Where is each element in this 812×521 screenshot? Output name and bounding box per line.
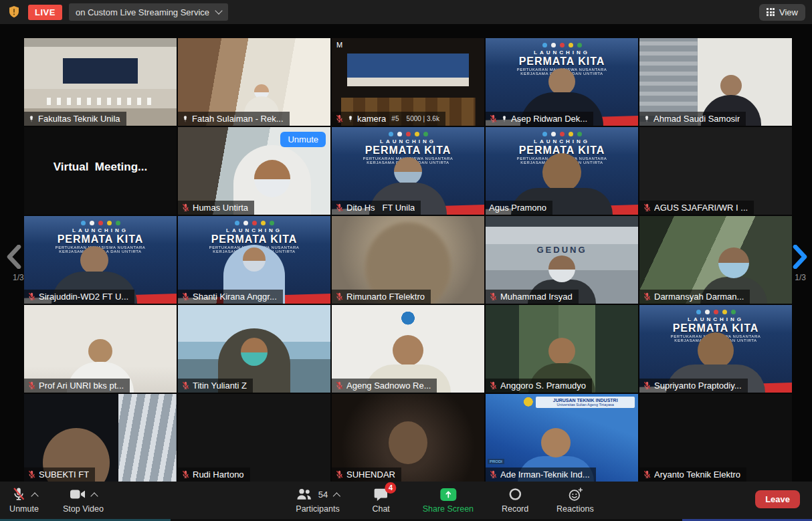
scene-banner-subtitle: Universitas Sultan Ageng Tirtayasa [536, 403, 634, 407]
university-logos [639, 305, 792, 314]
shield-icon [7, 5, 21, 19]
gallery-grid-icon [767, 8, 775, 16]
page-indicator-right: 1/3 [795, 273, 806, 282]
bg-subtitle-text: KERJASAMA FT UNILA DAN UNTIRTA [178, 249, 330, 253]
prev-page-button[interactable] [5, 245, 21, 272]
pin-icon [181, 115, 189, 123]
participant-tile[interactable]: Prof Ari UNRI bks pt... [24, 305, 177, 393]
participant-tile[interactable]: LAUNCHINGPERMATA KITAPERTUKARAN MAHASISW… [178, 216, 330, 304]
participant-tile[interactable]: Fatah Sulaiman - Rek... [178, 38, 330, 126]
participant-name: Anggoro S. Pramudyo [500, 381, 586, 391]
stop-video-label: Stop Video [63, 504, 104, 514]
video-options-chevron[interactable] [90, 492, 98, 500]
live-badge: LIVE [28, 5, 62, 20]
participant-name-label: SUHENDAR [332, 467, 401, 482]
camera-osd-top-text: M [336, 41, 342, 49]
participants-options-chevron[interactable] [333, 492, 340, 500]
participant-name-label: Muhammad Irsyad [486, 290, 579, 304]
participant-tile[interactable]: Ahmad Saudi Samosir [639, 38, 792, 126]
participant-tile[interactable]: Virtual Meeting... [24, 127, 177, 215]
bg-launching-text: LAUNCHING [332, 138, 484, 144]
bg-subtitle-text: KERJASAMA FT UNILA DAN UNTIRTA [486, 161, 638, 165]
record-button[interactable]: Record [500, 486, 530, 514]
bg-launching-text: LAUNCHING [178, 227, 330, 233]
bg-subtitle-text: KERJASAMA FT UNILA DAN UNTIRTA [332, 161, 484, 165]
participant-name-label: Ageng Sadnowo Re... [332, 379, 437, 393]
scene-tag-text: PRODI [488, 459, 504, 464]
participant-tile[interactable]: JURUSAN TEKNIK INDUSTRIUniversitas Sulta… [486, 394, 638, 482]
participant-tile[interactable]: GEDUNG Muhammad Irsyad [486, 216, 638, 304]
share-screen-button[interactable]: Share Screen [423, 486, 474, 514]
muted-mic-icon [335, 381, 344, 390]
page-indicator-left: 1/3 [13, 273, 24, 282]
muted-mic-icon [643, 203, 651, 212]
unmute-options-chevron[interactable] [31, 492, 38, 500]
participant-name: AGUS SJAFARI/WR I ... [654, 203, 748, 213]
participant-tile[interactable]: Darmansyah Darman... [639, 216, 792, 304]
record-icon [508, 487, 522, 502]
bg-subtitle-text: KERJASAMA FT UNILA DAN UNTIRTA [24, 249, 177, 253]
view-button[interactable]: View [759, 4, 805, 21]
stream-service-dropdown[interactable]: on Custom Live Streaming Service [69, 3, 228, 21]
participant-unmute-button[interactable]: Unmute [280, 132, 326, 147]
zoom-meeting-window: LIVE on Custom Live Streaming Service Vi… [0, 0, 812, 521]
muted-mic-icon [11, 487, 26, 502]
participant-tile[interactable]: Ageng Sadnowo Re... [332, 305, 484, 393]
participant-tile[interactable]: Aryanto Teknik Elektro [639, 394, 792, 482]
participant-tile[interactable]: Rudi Hartono [178, 394, 330, 482]
leave-button[interactable]: Leave [755, 490, 800, 508]
participant-tile[interactable]: LAUNCHINGPERMATA KITAPERTUKARAN MAHASISW… [24, 216, 177, 304]
participant-tile[interactable]: Fakultas Teknik Unila [24, 38, 177, 126]
participant-name: kamera [357, 114, 386, 124]
chevron-down-icon [215, 7, 222, 14]
participant-name: Agus Pramono [489, 203, 546, 213]
participant-tile[interactable]: SUHENDAR [332, 394, 484, 482]
participant-tile[interactable]: Titin Yulianti Z [178, 305, 330, 393]
chat-button[interactable]: 4 Chat [367, 486, 396, 514]
participant-name-label: Shanti Kirana Anggr... [178, 290, 283, 304]
participant-name-label: Dito Hs FT Unila [332, 201, 421, 215]
participants-button[interactable]: 54 Participants [296, 486, 339, 514]
participant-name-label: Anggoro S. Pramudyo [486, 379, 592, 393]
participant-name: Ageng Sadnowo Re... [346, 381, 431, 391]
participant-name-label: Sirajuddin-WD2 FT U... [24, 290, 134, 304]
participant-name: Rimunarto FTelektro [346, 292, 425, 302]
reactions-button[interactable]: Reactions [556, 486, 594, 514]
muted-mic-icon [335, 292, 344, 301]
stream-service-label: on Custom Live Streaming Service [76, 7, 209, 17]
participant-tile[interactable]: AGUS SJAFARI/WR I ... [639, 127, 792, 215]
stop-video-button[interactable]: Stop Video [63, 486, 104, 514]
participant-tile[interactable]: M kamera#5 5000 | 3.6k [332, 38, 484, 126]
participant-name-centered: Virtual Meeting... [24, 127, 177, 207]
bg-launching-text: LAUNCHING [639, 316, 792, 322]
muted-mic-icon [181, 381, 190, 390]
participant-name: Muhammad Irsyad [500, 292, 573, 302]
participant-name: Sirajuddin-WD2 FT U... [39, 292, 128, 302]
muted-mic-icon [643, 470, 651, 479]
participant-tile[interactable]: SUBEKTI FT [24, 394, 177, 482]
next-page-button[interactable] [793, 245, 809, 272]
participant-name-label: Agus Pramono [486, 201, 552, 215]
participant-tile[interactable]: LAUNCHINGPERMATA KITAPERTUKARAN MAHASISW… [639, 305, 792, 393]
participant-tile[interactable]: Unmute Humas Untirta [178, 127, 330, 215]
participant-name: Rudi Hartono [193, 470, 244, 480]
meeting-toolbar: Unmute Stop Video [0, 482, 812, 521]
muted-mic-icon [27, 470, 36, 479]
participant-name-label: Titin Yulianti Z [178, 379, 253, 393]
bg-title-text: PERMATA KITA [24, 233, 177, 245]
participant-tile[interactable]: LAUNCHINGPERMATA KITAPERTUKARAN MAHASISW… [486, 38, 638, 126]
unmute-button[interactable]: Unmute [9, 486, 39, 514]
pin-icon [643, 115, 651, 123]
participant-name: Fakultas Teknik Unila [38, 114, 120, 124]
top-bar: LIVE on Custom Live Streaming Service Vi… [0, 0, 812, 24]
participant-tile[interactable]: LAUNCHINGPERMATA KITAPERTUKARAN MAHASISW… [486, 127, 638, 215]
university-logos [24, 216, 177, 225]
participant-name-label: Ade Irman-Teknik Ind... [486, 467, 596, 482]
participant-name-label: Aryanto Teknik Elektro [639, 467, 746, 482]
participant-tile[interactable]: LAUNCHINGPERMATA KITAPERTUKARAN MAHASISW… [332, 127, 484, 215]
participant-tile[interactable]: Rimunarto FTelektro [332, 216, 484, 304]
participant-name-label: Humas Untirta [178, 201, 254, 215]
participant-tile[interactable]: Anggoro S. Pramudyo [486, 305, 638, 393]
security-shield-icon[interactable] [7, 5, 21, 19]
unmute-label: Unmute [9, 504, 39, 514]
